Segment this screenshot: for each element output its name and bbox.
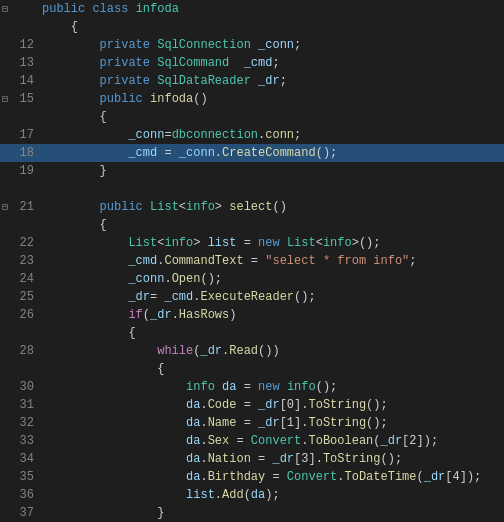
var-token: da: [186, 434, 200, 448]
plain-token: [42, 344, 157, 358]
plain-token: {: [42, 110, 107, 124]
plain-token: [128, 2, 135, 16]
plain-token: [42, 434, 186, 448]
plain-token: <: [316, 236, 323, 250]
plain-token: =: [251, 452, 273, 466]
method-token: Read: [229, 344, 258, 358]
line-number-area: 17: [0, 128, 38, 142]
code-line: 14 private SqlDataReader _dr;: [0, 72, 504, 90]
plain-token: ();: [200, 272, 222, 286]
kw-token: private: [100, 56, 150, 70]
type-token: info: [164, 236, 193, 250]
method-token: infoda: [150, 92, 193, 106]
method-token: ToString: [308, 416, 366, 430]
fold-icon[interactable]: ⊟: [2, 3, 8, 15]
field-token: _dr: [128, 290, 150, 304]
line-number: 17: [20, 128, 34, 142]
kw-token: private: [100, 74, 150, 88]
var-token: da: [251, 488, 265, 502]
plain-token: [42, 236, 128, 250]
fold-icon[interactable]: ⊟: [2, 201, 8, 213]
fold-icon[interactable]: ⊟: [2, 93, 8, 105]
code-content: _conn.Open();: [38, 272, 504, 286]
field-token: _conn: [258, 38, 294, 52]
plain-token: [4]);: [445, 470, 481, 484]
code-line: ⊟15 public infoda(): [0, 90, 504, 108]
prop-token: Nation: [208, 452, 251, 466]
code-content: if(_dr.HasRows): [38, 308, 504, 322]
line-number: 24: [20, 272, 34, 286]
type-token: SqlConnection: [157, 38, 251, 52]
plain-token: [42, 38, 100, 52]
code-line: {: [0, 216, 504, 234]
type-token: Convert: [251, 434, 301, 448]
prop-token: Birthday: [208, 470, 266, 484]
plain-token: [42, 128, 128, 142]
code-line: 24 _conn.Open();: [0, 270, 504, 288]
method-token: ToString: [323, 452, 381, 466]
var-token: da: [186, 452, 200, 466]
code-line: 33 da.Sex = Convert.ToBoolean(_dr[2]);: [0, 432, 504, 450]
plain-token: [42, 146, 128, 160]
line-number-area: 33: [0, 434, 38, 448]
line-number: 28: [20, 344, 34, 358]
line-number-area: 30: [0, 380, 38, 394]
prop-token: Name: [208, 416, 237, 430]
plain-token: ;: [280, 74, 287, 88]
code-content: private SqlDataReader _dr;: [38, 74, 504, 88]
line-number: 23: [20, 254, 34, 268]
method-token: CreateCommand: [222, 146, 316, 160]
plain-token: =: [236, 416, 258, 430]
line-number: 13: [20, 56, 34, 70]
plain-token: ;: [294, 128, 301, 142]
code-content: public class infoda: [38, 2, 504, 16]
var-token: da: [186, 398, 200, 412]
line-number-area: 32: [0, 416, 38, 430]
code-line: 31 da.Code = _dr[0].ToString();: [0, 396, 504, 414]
plain-token: >: [215, 200, 229, 214]
prop-token: Code: [208, 398, 237, 412]
plain-token: [42, 92, 100, 106]
code-content: da.Code = _dr[0].ToString();: [38, 398, 504, 412]
plain-token: ();: [294, 290, 316, 304]
method-token: ToDateTime: [344, 470, 416, 484]
line-number: 31: [20, 398, 34, 412]
plain-token: [143, 92, 150, 106]
line-number-area: 37: [0, 506, 38, 520]
line-number-area: 26: [0, 308, 38, 322]
plain-token: [42, 254, 128, 268]
code-line: {: [0, 324, 504, 342]
plain-token: [42, 56, 100, 70]
line-number-area: 14: [0, 74, 38, 88]
string-token: "select * from info": [265, 254, 409, 268]
code-line: 18 _cmd = _conn.CreateCommand();: [0, 144, 504, 162]
line-number: 22: [20, 236, 34, 250]
code-line: {: [0, 360, 504, 378]
line-number: 15: [20, 92, 34, 106]
line-number: 33: [20, 434, 34, 448]
line-number: 18: [20, 146, 34, 160]
method-token: ToString: [308, 398, 366, 412]
code-line: 23 _cmd.CommandText = "select * from inf…: [0, 252, 504, 270]
line-number-area: ⊟21: [0, 200, 38, 214]
line-number-area: 12: [0, 38, 38, 52]
prop-token: conn: [265, 128, 294, 142]
line-number-area: 34: [0, 452, 38, 466]
line-number: 30: [20, 380, 34, 394]
type-token: SqlCommand: [157, 56, 229, 70]
line-number-area: 19: [0, 164, 38, 178]
code-line: 32 da.Name = _dr[1].ToString();: [0, 414, 504, 432]
code-content: List<info> list = new List<info>();: [38, 236, 504, 250]
code-line: 25 _dr= _cmd.ExecuteReader();: [0, 288, 504, 306]
plain-token: [42, 488, 186, 502]
line-number: 14: [20, 74, 34, 88]
plain-token: ;: [294, 38, 301, 52]
line-number: 37: [20, 506, 34, 520]
plain-token: {: [42, 362, 164, 376]
var-token: da: [186, 470, 200, 484]
plain-token: ();: [366, 398, 388, 412]
plain-token: ;: [272, 56, 279, 70]
prop-token: CommandText: [164, 254, 243, 268]
code-content: _conn=dbconnection.conn;: [38, 128, 504, 142]
line-number: 19: [20, 164, 34, 178]
